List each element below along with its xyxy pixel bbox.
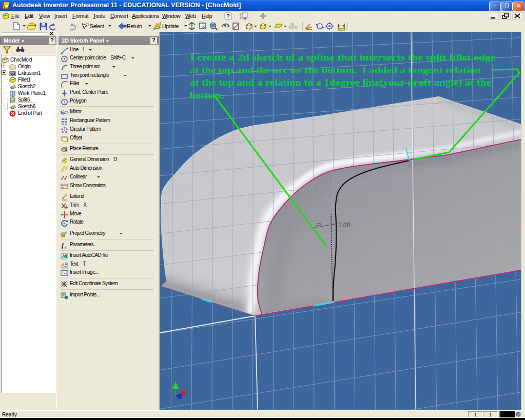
svg-text:bottom.: bottom. [190, 90, 224, 101]
svg-text:1.00: 1.00 [338, 222, 351, 229]
svg-text:I create a 2d sketch of a spli: I create a 2d sketch of a spline that in… [190, 52, 496, 63]
svg-text:at the top and a relation to a: at the top and a relation to a 1degree l… [190, 77, 491, 88]
svg-text:x: x [64, 245, 67, 249]
svg-text:at the top and the arc on the: at the top and the arc on the bottom. I … [190, 65, 481, 75]
svg-text:f: f [62, 242, 64, 249]
svg-text:?: ? [226, 13, 229, 19]
